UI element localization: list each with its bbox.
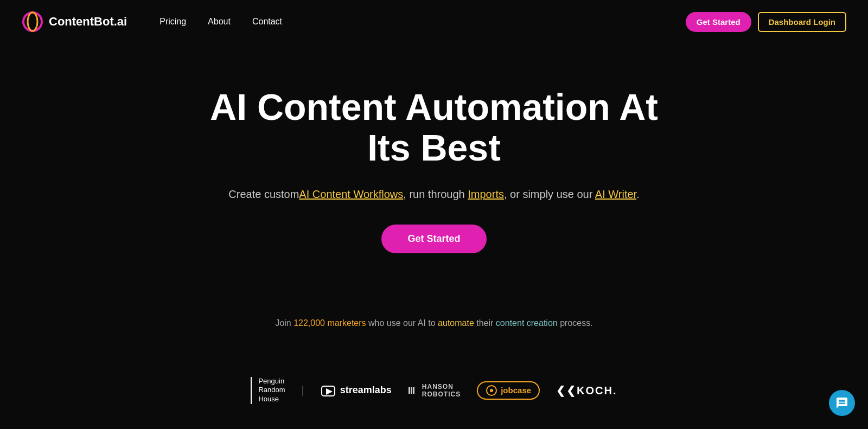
nav-pricing[interactable]: Pricing bbox=[159, 17, 186, 27]
logo-hanson: HANSONROBOTICS bbox=[408, 383, 461, 398]
social-text1: Join bbox=[275, 318, 293, 328]
chat-bubble-button[interactable] bbox=[829, 390, 855, 416]
chat-icon bbox=[835, 396, 848, 409]
nav-right: Get Started Dashboard Login bbox=[686, 12, 846, 32]
hero-link-workflows[interactable]: AI Content Workflows bbox=[299, 188, 403, 200]
nav-about[interactable]: About bbox=[208, 17, 231, 27]
svg-rect-4 bbox=[409, 387, 410, 394]
logo-koch: ❮❮KOCH. bbox=[556, 384, 617, 397]
logos-row: Penguin Random House | streamlabs HANSON… bbox=[0, 377, 868, 405]
svg-rect-5 bbox=[411, 387, 412, 394]
svg-point-1 bbox=[28, 12, 37, 31]
svg-rect-6 bbox=[413, 387, 414, 394]
social-highlight-content: content creation bbox=[496, 318, 558, 328]
brand-name: ContentBot.ai bbox=[49, 15, 127, 29]
social-text3: their bbox=[474, 318, 496, 328]
social-text4: process. bbox=[558, 318, 593, 328]
hero-section: AI Content Automation At Its Best Create… bbox=[0, 43, 868, 308]
svg-point-0 bbox=[23, 12, 42, 31]
hero-subtitle-text1: Create custom bbox=[228, 188, 299, 200]
social-proof-text: Join 122,000 marketers who use our AI to… bbox=[22, 318, 846, 328]
logo-icon bbox=[22, 11, 43, 33]
jobcase-text: jobcase bbox=[501, 386, 531, 395]
social-highlight-automate: automate bbox=[438, 318, 474, 328]
penguin-text: Penguin Random House bbox=[251, 377, 285, 405]
logo-penguin: Penguin Random House bbox=[251, 377, 285, 405]
streamlabs-icon bbox=[321, 383, 336, 398]
nav-links: Pricing About Contact bbox=[159, 17, 282, 27]
nav-contact[interactable]: Contact bbox=[252, 17, 282, 27]
hero-link-writer[interactable]: AI Writer bbox=[595, 188, 636, 200]
hanson-text: HANSONROBOTICS bbox=[422, 383, 461, 398]
logo-streamlabs: streamlabs bbox=[321, 383, 392, 398]
streamlabs-text: streamlabs bbox=[340, 385, 392, 396]
dashboard-login-button[interactable]: Dashboard Login bbox=[758, 12, 846, 32]
koch-text: ❮❮KOCH. bbox=[556, 384, 617, 397]
logo-link[interactable]: ContentBot.ai bbox=[22, 11, 127, 33]
hero-link-imports[interactable]: Imports bbox=[468, 188, 504, 200]
hero-subtitle: Create customAI Content Workflows, run t… bbox=[228, 185, 639, 203]
svg-point-8 bbox=[490, 389, 493, 392]
get-started-nav-button[interactable]: Get Started bbox=[686, 12, 751, 32]
social-proof-section: Join 122,000 marketers who use our AI to… bbox=[0, 308, 868, 377]
hero-title: AI Content Automation At Its Best bbox=[190, 87, 678, 168]
jobcase-icon bbox=[486, 385, 497, 396]
hero-subtitle-text4: . bbox=[636, 188, 640, 200]
svg-marker-3 bbox=[326, 388, 333, 395]
logo-jobcase: jobcase bbox=[477, 381, 540, 400]
hero-subtitle-text2: , run through bbox=[403, 188, 464, 200]
navbar: ContentBot.ai Pricing About Contact Get … bbox=[0, 0, 868, 43]
social-highlight-marketers: 122,000 marketers bbox=[293, 318, 366, 328]
hanson-icon bbox=[408, 385, 419, 396]
get-started-hero-button[interactable]: Get Started bbox=[381, 225, 486, 253]
hero-subtitle-text3: , or simply use our bbox=[504, 188, 592, 200]
social-text2: who use our AI to bbox=[366, 318, 438, 328]
logo-divider-1: | bbox=[302, 384, 304, 396]
